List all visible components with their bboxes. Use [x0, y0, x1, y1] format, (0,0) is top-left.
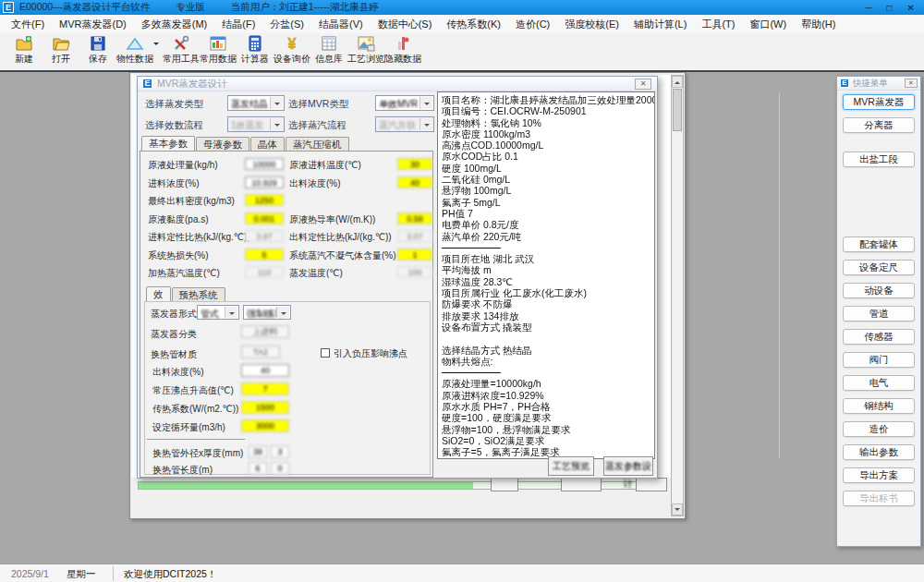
menu-item[interactable]: 辅助计算(L)	[626, 18, 694, 31]
field-value[interactable]: 1250	[245, 194, 284, 206]
quick-menu-button[interactable]: 传感器	[843, 329, 915, 345]
evaporator-class-value[interactable]: 上进料	[241, 325, 289, 338]
vertical-scrollbar[interactable]	[671, 75, 684, 516]
common-data-button[interactable]: 常用数据	[200, 33, 237, 68]
field-label: 出料定性比热(kJ/(kg.℃))	[289, 231, 392, 244]
scrollbar-thumb[interactable]	[673, 89, 682, 131]
maximize-icon[interactable]: □	[887, 3, 893, 13]
quick-menu-button[interactable]: 造价	[843, 421, 915, 437]
project-info-panel[interactable]: 项目名称：湖北康县婷蒸发结晶加三效处理量2000kg/h项目编号：CEI.OCR…	[437, 91, 655, 459]
vacuum-checkbox[interactable]: 引入负压影响沸点	[321, 347, 407, 360]
dropdown-caret-icon[interactable]	[153, 42, 159, 48]
form-row: 最终出料密度(kg/m3) 1250	[140, 192, 432, 211]
open-button[interactable]: 打开	[43, 33, 79, 68]
info-scrollbar[interactable]	[779, 92, 780, 458]
evaporator-form-select2[interactable]: 强制循环	[243, 305, 291, 320]
menu-item[interactable]: 结晶器(V)	[311, 18, 371, 31]
menu-item[interactable]: 工具(T)	[694, 18, 742, 31]
field-value[interactable]: 1	[397, 249, 432, 261]
menu-item[interactable]: 数据中心(S)	[371, 18, 440, 31]
field-value[interactable]: 3.87	[245, 230, 284, 242]
field-value[interactable]: 7	[241, 382, 289, 395]
field-value[interactable]: 0.58	[397, 212, 432, 224]
quick-menu-button[interactable]: 分离器	[843, 117, 915, 133]
menu-item[interactable]: 分盐(S)	[262, 18, 311, 31]
process-view-button[interactable]: 工艺浏览	[347, 33, 384, 68]
close-icon[interactable]: ✕	[907, 3, 915, 13]
quick-menu-button[interactable]: 导出标书	[843, 491, 915, 506]
save-button[interactable]: 保存	[79, 33, 116, 68]
quick-menu-button[interactable]: 设备定尺	[843, 260, 915, 275]
field-label: 原液黏度(pa.s)	[148, 213, 209, 226]
field-value[interactable]: 0.001	[245, 212, 284, 224]
menu-item[interactable]: 结晶(F)	[214, 18, 262, 31]
field-value[interactable]: 100	[397, 266, 432, 278]
new-button[interactable]: 新建	[6, 33, 43, 68]
dialog-tab[interactable]: 母液参数	[196, 137, 249, 152]
mvr-type-select[interactable]: 单效MVR	[375, 95, 434, 111]
field-value[interactable]: 1500	[241, 401, 289, 414]
dialog-tab[interactable]: 基本参数	[141, 136, 195, 152]
hide-data-button[interactable]: 隐藏数据	[384, 33, 421, 68]
dialog-tab[interactable]: 晶体	[250, 137, 285, 152]
info-library-button[interactable]: 信息库	[310, 33, 347, 68]
equipment-price-button[interactable]: ¥ 设备询价	[274, 33, 310, 68]
field-value[interactable]: 10000	[245, 158, 284, 170]
evap-type-select[interactable]: 蒸发结晶	[227, 95, 285, 111]
menu-item[interactable]: MVR蒸发器(D)	[52, 18, 134, 31]
evaporator-form-select[interactable]: 管式	[197, 305, 239, 320]
quick-menu-button[interactable]: 配套罐体	[843, 236, 915, 252]
quick-menu-button[interactable]: 输出参数	[843, 444, 915, 460]
quick-menu-close-button[interactable]: ✕	[905, 79, 918, 88]
scroll-down-button[interactable]	[672, 503, 683, 515]
info-line: 氟离子 5mg/L	[442, 197, 645, 208]
dialog-close-button[interactable]: ✕	[635, 79, 651, 90]
field-value[interactable]: 10.929	[245, 176, 284, 188]
field-label: 传热系数(W/(m2.℃))	[152, 403, 238, 416]
background-button[interactable]	[636, 478, 667, 491]
menu-item[interactable]: 帮助(H)	[794, 18, 843, 31]
menu-item[interactable]: 窗口(W)	[742, 18, 794, 31]
common-tools-button[interactable]: 常用工具	[163, 33, 200, 68]
field-value[interactable]: 3000	[241, 419, 289, 432]
quick-menu-button[interactable]: 出盐工段	[843, 152, 915, 167]
field-value[interactable]: 38	[249, 445, 267, 458]
menu-item[interactable]: 造价(C)	[508, 18, 557, 31]
field-value[interactable]: 0	[271, 462, 289, 475]
quick-menu-button[interactable]: 导出方案	[843, 467, 915, 483]
quick-menu-button[interactable]: 管道	[843, 306, 915, 321]
minimize-icon[interactable]: ─	[865, 3, 871, 13]
quick-menu-button[interactable]: 动设备	[843, 283, 915, 298]
quick-menu-button[interactable]: 钢结构	[843, 398, 915, 414]
evap-param-design-button[interactable]: 蒸发参数设计	[603, 456, 653, 476]
background-button[interactable]	[561, 478, 602, 491]
menu-item[interactable]: 多效蒸发器(M)	[134, 18, 215, 31]
scroll-up-button[interactable]	[672, 76, 683, 88]
field-value[interactable]: 30	[397, 158, 432, 170]
menu-item[interactable]: 文件(F)	[4, 18, 52, 31]
field-value[interactable]: 5	[245, 249, 284, 261]
effect-tab[interactable]: 预热系统	[172, 287, 225, 302]
tube-material-value[interactable]: TA2	[241, 346, 280, 358]
quick-menu-button[interactable]: 阀门	[843, 352, 915, 368]
process-preview-button[interactable]: 工艺预览	[548, 456, 594, 476]
field-value[interactable]: 40	[397, 176, 432, 188]
menu-item[interactable]: 强度校核(E)	[557, 18, 626, 31]
info-line: 二氧化硅 0mg/L	[442, 174, 645, 185]
menu-item[interactable]: 传热系数(K)	[439, 18, 508, 31]
quick-menu-button[interactable]: 电气	[843, 375, 915, 391]
property-data-button[interactable]: 物性数据	[116, 33, 153, 68]
field-value[interactable]: 40	[241, 364, 289, 377]
dialog-tab[interactable]: 蒸汽压缩机	[286, 137, 349, 152]
field-value[interactable]: 3.07	[397, 230, 432, 242]
effect-tab[interactable]: 效	[146, 286, 171, 302]
calculator-button[interactable]: 计算器	[237, 33, 274, 68]
quick-menu-button[interactable]: MVR蒸发器	[843, 94, 915, 110]
field-value[interactable]: 3	[271, 445, 289, 458]
field-value[interactable]: 6	[249, 462, 267, 475]
effect-flow-select[interactable]: 1效蒸发	[227, 116, 285, 132]
field-value[interactable]: 110	[245, 266, 284, 278]
info-line: 原水水质 PH=7，PH合格	[442, 401, 645, 412]
background-button[interactable]	[491, 478, 518, 491]
steam-flow-select[interactable]: 蒸汽并联	[375, 116, 434, 132]
